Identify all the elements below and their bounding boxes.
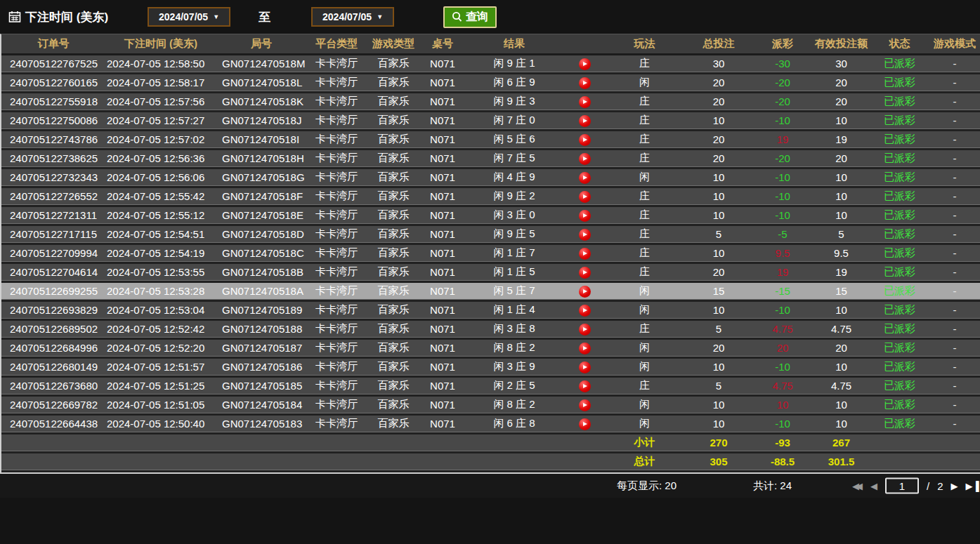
last-page-button[interactable]: ▶▐ bbox=[966, 481, 979, 490]
table-row[interactable]: 2407051227099942024-07-05 12:54:19GN0712… bbox=[1, 244, 980, 263]
table-number-cell: N071 bbox=[420, 319, 465, 338]
result-cell: 闲 5 庄 6 bbox=[465, 130, 563, 149]
replay-icon[interactable] bbox=[579, 210, 591, 222]
order-id-cell: 240705122673680 bbox=[1, 376, 105, 395]
bet-records-table: 订单号下注时间 (美东)局号平台类型游戏类型桌号结果玩法总投注派彩有效投注额状态… bbox=[1, 34, 980, 472]
status-cell: 已派彩 bbox=[871, 111, 928, 130]
bet-time-cell: 2024-07-05 12:52:42 bbox=[105, 319, 216, 338]
replay-icon[interactable] bbox=[579, 96, 591, 108]
header-result: 结果 bbox=[465, 34, 563, 54]
game-type-cell: 百家乐 bbox=[367, 263, 420, 281]
table-row[interactable]: 2407051227500862024-07-05 12:57:27GN0712… bbox=[1, 111, 980, 130]
result-icon-cell bbox=[563, 357, 606, 376]
play-type-cell: 闲 bbox=[606, 414, 684, 433]
date-from-value: 2024/07/05 bbox=[159, 11, 208, 22]
result-cell: 闲 8 庄 2 bbox=[465, 338, 563, 357]
date-from-picker[interactable]: 2024/07/05 ▼ bbox=[148, 7, 230, 27]
table-row[interactable]: 2407051227437862024-07-05 12:57:02GN0712… bbox=[1, 130, 980, 149]
status-cell: 已派彩 bbox=[871, 54, 928, 73]
replay-icon[interactable] bbox=[579, 343, 591, 354]
table-row[interactable]: 2407051226697822024-07-05 12:51:05GN0712… bbox=[1, 395, 980, 414]
total-bet-cell: 10 bbox=[684, 244, 754, 263]
replay-icon[interactable] bbox=[579, 418, 591, 430]
replay-icon[interactable] bbox=[579, 361, 591, 373]
prev-page-button[interactable]: ◀ bbox=[870, 481, 877, 490]
page-input[interactable] bbox=[885, 477, 919, 493]
replay-icon[interactable] bbox=[579, 172, 591, 184]
table-number-cell: N071 bbox=[420, 263, 465, 281]
payout-cell: 20 bbox=[754, 338, 811, 357]
date-to-picker[interactable]: 2024/07/05 ▼ bbox=[311, 7, 394, 27]
platform-type-cell: 卡卡湾厅 bbox=[306, 395, 367, 414]
table-number-cell: N071 bbox=[420, 111, 465, 130]
replay-icon[interactable] bbox=[579, 399, 591, 411]
search-button[interactable]: 查询 bbox=[443, 6, 497, 28]
round-id-cell: GN0712470518I bbox=[216, 130, 306, 149]
status-cell: 已派彩 bbox=[871, 244, 928, 263]
game-type-cell: 百家乐 bbox=[367, 319, 420, 338]
replay-icon[interactable] bbox=[579, 324, 591, 336]
date-to-value: 2024/07/05 bbox=[322, 11, 372, 22]
replay-icon[interactable] bbox=[579, 134, 591, 146]
first-page-button[interactable]: ◀◀ bbox=[852, 481, 863, 490]
replay-icon[interactable] bbox=[579, 153, 591, 165]
replay-icon[interactable] bbox=[579, 115, 591, 127]
pager-controls: ◀◀ ◀ / 2 ▶ ▶▐ bbox=[852, 477, 980, 493]
replay-icon[interactable] bbox=[579, 305, 591, 317]
replay-icon[interactable] bbox=[579, 77, 591, 89]
platform-type-cell: 卡卡湾厅 bbox=[306, 149, 367, 168]
game-type-cell: 百家乐 bbox=[367, 168, 420, 187]
play-triangle-icon bbox=[583, 138, 587, 142]
status-cell: 已派彩 bbox=[871, 300, 928, 319]
play-type-cell: 闲 bbox=[606, 281, 684, 300]
table-row[interactable]: 2407051227675252024-07-05 12:58:50GN0712… bbox=[1, 54, 980, 73]
replay-icon[interactable] bbox=[579, 248, 591, 260]
result-cell: 闲 3 庄 0 bbox=[465, 206, 563, 225]
replay-icon[interactable] bbox=[579, 58, 591, 70]
table-row[interactable]: 2407051226849962024-07-05 12:52:20GN0712… bbox=[1, 338, 980, 357]
table-row[interactable]: 2407051226895022024-07-05 12:52:42GN0712… bbox=[1, 319, 980, 338]
total-bet-cell: 20 bbox=[684, 149, 754, 168]
table-row[interactable]: 2407051227171152024-07-05 12:54:51GN0712… bbox=[1, 225, 980, 244]
game-type-cell: 百家乐 bbox=[367, 149, 420, 168]
round-id-cell: GN0712470518H bbox=[216, 149, 306, 168]
table-row[interactable]: 2407051226736802024-07-05 12:51:25GN0712… bbox=[1, 376, 980, 395]
header-bet-time: 下注时间 (美东) bbox=[105, 34, 216, 54]
play-type-cell: 闲 bbox=[606, 357, 684, 376]
subtotal-row-tail-spacer bbox=[871, 433, 980, 452]
replay-icon[interactable] bbox=[579, 286, 591, 298]
status-cell: 已派彩 bbox=[871, 73, 928, 92]
play-triangle-icon bbox=[583, 365, 587, 369]
total-count-label: 共计: bbox=[753, 479, 777, 491]
table-row[interactable]: 2407051226801492024-07-05 12:51:57GN0712… bbox=[1, 357, 980, 376]
next-page-button[interactable]: ▶ bbox=[951, 481, 958, 490]
replay-icon[interactable] bbox=[579, 267, 591, 279]
round-id-cell: GN0712470518B bbox=[216, 263, 306, 281]
result-cell: 闲 9 庄 3 bbox=[465, 92, 563, 111]
table-row[interactable]: 2407051227213112024-07-05 12:55:12GN0712… bbox=[1, 206, 980, 225]
total-count-info: 共计: 24 bbox=[753, 479, 792, 492]
game-mode-cell: - bbox=[928, 168, 980, 187]
table-row[interactable]: 2407051227601652024-07-05 12:58:17GN0712… bbox=[1, 73, 980, 92]
table-row[interactable]: 2407051227386252024-07-05 12:56:36GN0712… bbox=[1, 149, 980, 168]
subtotal-row: 小计270-93267 bbox=[1, 433, 980, 452]
table-number-cell: N071 bbox=[420, 395, 465, 414]
game-type-cell: 百家乐 bbox=[367, 73, 420, 92]
replay-icon[interactable] bbox=[579, 229, 591, 241]
platform-type-cell: 卡卡湾厅 bbox=[306, 300, 367, 319]
table-row[interactable]: 2407051227323432024-07-05 12:56:06GN0712… bbox=[1, 168, 980, 187]
table-row[interactable]: 2407051226938292024-07-05 12:53:04GN0712… bbox=[1, 300, 980, 319]
play-triangle-icon bbox=[583, 251, 587, 256]
table-row[interactable]: 2407051227046142024-07-05 12:53:55GN0712… bbox=[1, 263, 980, 281]
replay-icon[interactable] bbox=[579, 191, 591, 203]
table-row[interactable]: 2407051227559182024-07-05 12:57:56GN0712… bbox=[1, 92, 980, 111]
result-icon-cell bbox=[563, 281, 606, 300]
table-row[interactable]: 2407051226992552024-07-05 12:53:28GN0712… bbox=[1, 281, 980, 300]
play-type-cell: 庄 bbox=[606, 187, 684, 206]
replay-icon[interactable] bbox=[579, 380, 591, 392]
table-row[interactable]: 2407051226644382024-07-05 12:50:40GN0712… bbox=[1, 414, 980, 433]
result-icon-cell bbox=[563, 263, 606, 281]
bet-time-cell: 2024-07-05 12:50:40 bbox=[105, 414, 216, 433]
table-row[interactable]: 2407051227265522024-07-05 12:55:42GN0712… bbox=[1, 187, 980, 206]
round-id-cell: GN0712470518D bbox=[216, 225, 306, 244]
